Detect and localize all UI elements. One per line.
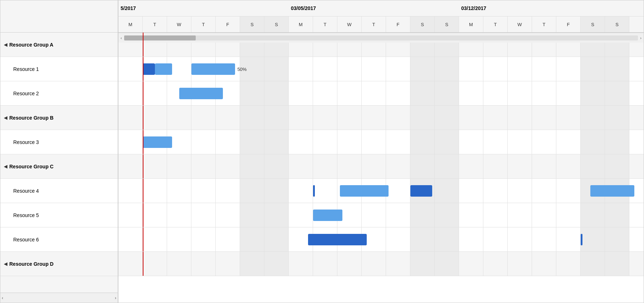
gantt-col-16 [508,106,532,130]
left-row-group-c[interactable]: ◀Resource Group C [0,154,118,179]
gantt-col-5 [240,154,264,178]
gantt-wrapper: ◀Resource Group AResource 1Resource 2◀Re… [0,0,644,303]
gantt-col-7 [289,252,313,276]
gantt-col-13 [435,81,459,105]
gantt-col-2 [167,252,191,276]
left-scroll-right[interactable]: › [115,295,116,300]
bar-res-1-1[interactable] [155,63,172,75]
gantt-col-6 [264,81,289,105]
bar-res-4-0[interactable] [313,185,315,197]
gantt-row-group-b [118,106,644,130]
gantt-col-8 [313,106,337,130]
bar-res-4-1[interactable] [340,185,389,197]
bar-res-2-0[interactable] [179,88,223,99]
gantt-col-4 [216,227,240,251]
bar-res-6-1[interactable] [581,234,582,245]
bar-res-3-0[interactable] [143,136,172,148]
gantt-col-18 [556,227,581,251]
gantt-col-12 [410,57,435,81]
gantt-col-17 [532,227,556,251]
bar-res-6-0[interactable] [308,234,366,245]
horizontal-scrollbar-thumb[interactable] [124,35,196,40]
right-panel: 5/201703/05/201703/12/2017 MTWTFSSMTWTFS… [118,0,644,303]
gantt-col-15 [483,130,508,154]
gantt-col-15 [483,81,508,105]
bar-res-1-2[interactable] [191,63,235,75]
gantt-col-10 [362,106,386,130]
horizontal-scrollbar-track[interactable] [124,35,638,40]
gantt-col-8 [313,252,337,276]
gantt-col-3 [191,106,216,130]
gantt-col-1 [143,154,167,178]
left-scroll-left[interactable]: ‹ [2,295,3,300]
date-label-03-05-2017: 03/05/2017 [289,5,316,11]
gantt-col-5 [240,227,264,251]
date-label-03-12-2017: 03/12/2017 [459,5,486,11]
gantt-col-3 [191,154,216,178]
gantt-col-0 [118,81,143,105]
left-row-group-b[interactable]: ◀Resource Group B [0,106,118,130]
gantt-col-18 [556,179,581,203]
gantt-scroll-left[interactable]: ‹ [120,36,123,40]
gantt-col-11 [386,252,410,276]
day-cell-16: W [508,16,532,33]
today-line [143,227,143,251]
gantt-col-11 [386,203,410,227]
day-cell-14: M [459,16,483,33]
gantt-col-16 [508,81,532,105]
gantt-footer: ‹ › [118,33,644,43]
gantt-col-18 [556,203,581,227]
day-cell-15: T [483,16,508,33]
gantt-col-4 [216,252,240,276]
gantt-col-12 [410,252,435,276]
gantt-col-20 [605,154,629,178]
gantt-col-6 [264,227,289,251]
day-cell-20: S [605,16,629,33]
bar-res-4-2[interactable] [410,185,432,197]
gantt-col-9 [337,130,362,154]
gantt-scroll-right[interactable]: › [639,36,642,40]
gantt-col-7 [289,179,313,203]
day-cell-17: T [532,16,556,33]
gantt-col-5 [240,130,264,154]
gantt-col-9 [337,154,362,178]
day-cell-1: T [143,16,167,33]
gantt-col-19 [581,57,605,81]
gantt-col-19 [581,227,605,251]
gantt-col-12 [410,203,435,227]
day-cell-5: S [240,16,264,33]
gantt-col-20 [605,57,629,81]
gantt-col-19 [581,154,605,178]
left-rows[interactable]: ◀Resource Group AResource 1Resource 2◀Re… [0,33,118,293]
gantt-col-0 [118,179,143,203]
gantt-col-8 [313,130,337,154]
gantt-col-15 [483,57,508,81]
gantt-col-10 [362,154,386,178]
left-row-group-a[interactable]: ◀Resource Group A [0,33,118,57]
gantt-col-6 [264,179,289,203]
day-cell-2: W [167,16,191,33]
left-row-group-d[interactable]: ◀Resource Group D [0,252,118,276]
gantt-col-19 [581,81,605,105]
gantt-col-12 [410,130,435,154]
bar-res-1-0[interactable] [143,63,155,75]
app-container: ◀Resource Group AResource 1Resource 2◀Re… [0,0,644,303]
gantt-col-15 [483,106,508,130]
gantt-col-19 [581,252,605,276]
day-cell-10: T [362,16,386,33]
gantt-col-1 [143,203,167,227]
gantt-col-16 [508,57,532,81]
gantt-col-16 [508,154,532,178]
gantt-row-group-c [118,154,644,179]
bar-res-5-0[interactable] [313,210,342,221]
day-row: MTWTFSSMTWTFSSMTWTFSS [118,16,644,33]
gantt-col-15 [483,179,508,203]
bar-res-4-3[interactable] [590,185,634,197]
gantt-col-0 [118,252,143,276]
gantt-col-14 [459,81,483,105]
gantt-row-res-3 [118,130,644,154]
today-line [143,57,143,81]
gantt-col-15 [483,154,508,178]
gantt-col-11 [386,130,410,154]
gantt-col-4 [216,179,240,203]
